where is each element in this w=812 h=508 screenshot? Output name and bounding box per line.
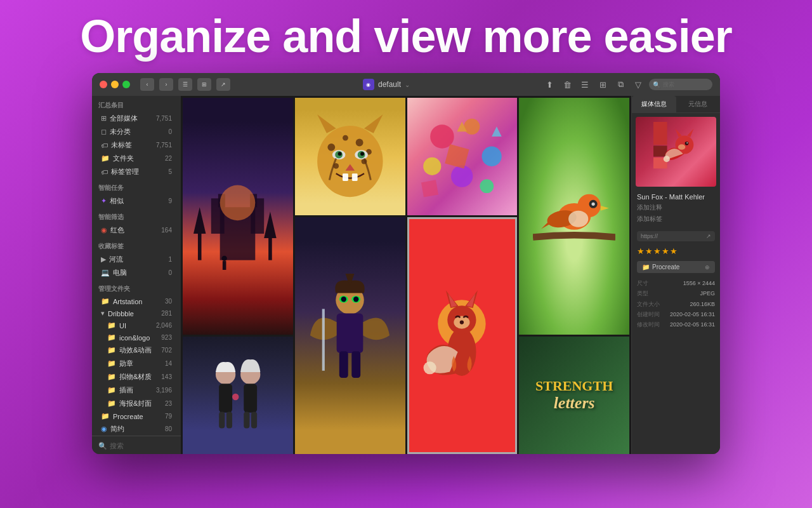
red-dot-icon: ◉	[101, 226, 107, 234]
filter-icon[interactable]: ▽	[631, 78, 645, 91]
svg-rect-8	[269, 238, 273, 260]
sidebar-item-material[interactable]: 📁 拟物&材质 143	[95, 370, 178, 384]
svg-rect-72	[244, 384, 257, 413]
panel-add-tag[interactable]: 添加标签	[637, 215, 715, 224]
illust-count: 3,196	[156, 387, 172, 394]
panel-stars[interactable]: ★★★★★	[632, 244, 720, 258]
tags-count: 5	[168, 168, 172, 175]
tab-meta-info[interactable]: 元信息	[676, 96, 721, 112]
sidebar-item-procreate[interactable]: 📁 Procreate 79	[95, 410, 178, 422]
share-icon[interactable]: ⬆	[542, 78, 556, 91]
titlebar-right-icons: ⬆ 🗑 ☰ ⊞ ⧉ ▽ 🔍 搜索	[542, 78, 712, 91]
list-view-button[interactable]: ☰	[178, 78, 192, 91]
meta-row-created: 创建时间 2020-02-05 16:31	[637, 309, 715, 319]
sidebar-item-river[interactable]: ▶ 河流 1	[95, 253, 178, 266]
minimize-button[interactable]	[111, 81, 119, 88]
river-count: 1	[168, 256, 172, 263]
search-bar[interactable]: 🔍 搜索	[649, 79, 712, 90]
grid-cell-pattern[interactable]	[407, 98, 518, 215]
sidebar-item-dribbble[interactable]: ▾ Dribbble 281	[95, 307, 178, 319]
modified-label: 修改时间	[637, 319, 660, 330]
ui-folder-icon: 📁	[107, 321, 116, 330]
sidebar-item-ui[interactable]: 📁 UI 2,046	[95, 319, 178, 331]
panel-add-note[interactable]: 添加注释	[637, 203, 715, 212]
tab-media-info[interactable]: 媒体信息	[632, 96, 676, 112]
sidebar-search[interactable]: 🔍 搜索	[92, 436, 181, 454]
grid-view-button[interactable]: ⊞	[197, 78, 211, 91]
panel-title-block: Sun Fox - Matt Kehler 添加注释 添加标签	[632, 190, 720, 229]
tags-icon: 🏷	[101, 168, 108, 176]
svg-rect-69	[219, 412, 225, 429]
procreate-count: 79	[165, 413, 172, 420]
sidebar-item-badge[interactable]: 📁 勋章 14	[95, 357, 178, 370]
panel-preview-image	[636, 117, 716, 187]
untagged-count: 7,751	[156, 142, 172, 149]
meta-row-filesize: 文件大小 260.16KB	[637, 299, 715, 309]
grid-cell-cheetah[interactable]	[295, 98, 405, 215]
main-layout: 汇总条目 ⊞ 全部媒体 7,751 ◻ 未分类 0 🏷 未标签 7,751 📁 …	[92, 96, 720, 454]
dribbble-count: 281	[161, 310, 172, 317]
svg-marker-14	[364, 114, 383, 133]
svg-rect-70	[226, 412, 232, 429]
grid-icon: ⊞	[101, 114, 107, 123]
svg-marker-46	[601, 206, 609, 211]
sidebar-item-similar[interactable]: ✦ 相似 9	[95, 194, 178, 208]
illust-label: 插画	[119, 385, 153, 395]
grid-cell-warrior[interactable]	[295, 217, 405, 454]
sidebar-item-illustration[interactable]: 📁 插画 3,196	[95, 384, 178, 397]
svg-point-47	[568, 211, 588, 227]
svg-rect-55	[351, 352, 360, 378]
river-label: 河流	[109, 255, 165, 264]
svg-point-122	[686, 142, 688, 144]
list-icon[interactable]: ☰	[578, 78, 592, 91]
size-label: 尺寸	[637, 278, 648, 288]
sidebar-item-animation[interactable]: 📁 动效&动画 702	[95, 344, 178, 357]
artstation-folder-icon: 📁	[101, 297, 110, 305]
grid-cell-fox[interactable]	[407, 217, 518, 454]
grid-cell-girl-colorful[interactable]	[183, 337, 293, 454]
close-button[interactable]	[100, 81, 107, 88]
grid-cell-strength[interactable]: STRENGTH letters	[519, 337, 629, 454]
fullscreen-view-button[interactable]: ↗	[216, 78, 230, 91]
computer-icon: 💻	[101, 269, 110, 277]
animation-count: 702	[161, 347, 172, 354]
sidebar-item-artstation[interactable]: 📁 Artstation 30	[95, 295, 178, 307]
grid-cell-bird[interactable]	[519, 98, 629, 335]
panel-artwork-title: Sun Fox - Matt Kehler	[637, 193, 715, 201]
sidebar-item-poster[interactable]: 📁 海报&封面 23	[95, 397, 178, 410]
folder-tag-icon: 📁	[642, 264, 650, 271]
sidebar-item-folders[interactable]: 📁 文件夹 22	[95, 152, 178, 165]
window-icon[interactable]: ⧉	[613, 78, 627, 91]
svg-point-15	[327, 144, 335, 151]
trash-icon[interactable]: 🗑	[560, 78, 574, 91]
sidebar-item-computer[interactable]: 💻 电脑 0	[95, 266, 178, 279]
svg-point-35	[480, 180, 494, 194]
svg-point-45	[591, 203, 594, 206]
svg-point-51	[341, 297, 346, 302]
ui-count: 2,046	[156, 322, 172, 329]
nav-back-button[interactable]: ‹	[140, 78, 154, 91]
svg-rect-115	[653, 146, 667, 157]
columns-icon[interactable]: ⊞	[596, 78, 610, 91]
fullscreen-button[interactable]	[122, 81, 130, 88]
sidebar-item-minimal[interactable]: ◉ 简约 80	[95, 422, 178, 436]
svg-rect-6	[198, 234, 202, 260]
sidebar-item-red[interactable]: ◉ 红色 164	[95, 224, 178, 237]
panel-url-bar[interactable]: https:// ↗	[637, 231, 715, 241]
sidebar-item-untagged[interactable]: 🏷 未标签 7,751	[95, 138, 178, 152]
panel-tag-button[interactable]: 📁 Procreate ⊕	[637, 261, 715, 273]
iconlogo-label: icon&logo	[119, 334, 158, 342]
sidebar-item-all-media[interactable]: ⊞ 全部媒体 7,751	[95, 112, 178, 125]
badge-label: 勋章	[119, 359, 162, 368]
svg-rect-11	[223, 262, 226, 271]
nav-forward-button[interactable]: ›	[159, 78, 173, 91]
svg-point-33	[423, 157, 441, 175]
poster-count: 23	[165, 400, 172, 407]
sidebar-item-tags[interactable]: 🏷 标签管理 5	[95, 165, 178, 178]
sidebar-item-iconlogo[interactable]: 📁 icon&logo 923	[95, 331, 178, 344]
meta-row-modified: 修改时间 2020-02-05 16:31	[637, 319, 715, 330]
svg-rect-39	[421, 180, 438, 197]
grid-cell-castle[interactable]	[183, 98, 293, 335]
sidebar-item-uncategorized[interactable]: ◻ 未分类 0	[95, 125, 178, 138]
ui-label: UI	[119, 322, 153, 330]
